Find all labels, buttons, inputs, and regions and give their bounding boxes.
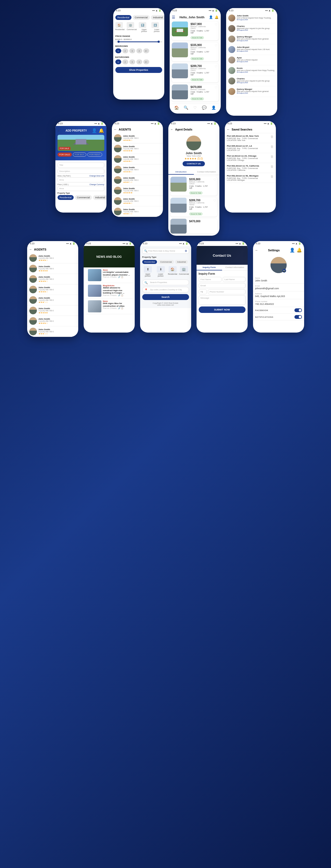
show-properties-button[interactable]: Show Properties (115, 67, 162, 73)
agent-row-8[interactable]: John Smith +1(123) 456 789 0 ★★★☆☆ (112, 206, 163, 217)
nav-search[interactable]: 🔍 (184, 105, 188, 110)
settings-bell-icon[interactable]: 🔔 (297, 248, 302, 253)
user-icon[interactable]: 👤 (209, 16, 213, 19)
facebook-toggle[interactable] (294, 308, 302, 312)
nav-person[interactable]: 👤 (211, 105, 216, 110)
news-item-3[interactable]: News DHA signs Mou for construction of v… (86, 299, 133, 314)
agent-row-4[interactable]: John Smith +1(123) 456 789 0 ★★★★☆ (112, 164, 163, 175)
notifications-toggle[interactable] (294, 315, 302, 319)
bed-4[interactable]: 4 (136, 49, 142, 53)
message-input[interactable]: Message (199, 296, 245, 305)
agent-bottom-row-6[interactable]: John Smith +1(123) 456 789 0 ★★★★★ (27, 305, 78, 316)
agents-back[interactable]: ← (114, 127, 117, 131)
back-button[interactable]: ← (58, 129, 61, 133)
heart-icon-4[interactable]: ♡ (213, 85, 219, 90)
search-input[interactable]: Search Properties (142, 280, 189, 285)
agent-bottom-row-2[interactable]: John Smith +1(123) 456 789 0 ★★★★★ (27, 264, 78, 274)
bell-icon[interactable]: 🔔 (214, 16, 219, 19)
tab-for-buy[interactable]: FOR BUY (73, 153, 86, 157)
agent-row-1[interactable]: John Smith +1(123) 456 789 0 ★★★★☆ (112, 133, 163, 144)
tab-industrial[interactable]: Industrial (151, 15, 164, 20)
change-area-link[interactable]: Change Area Unit (89, 175, 104, 177)
area-input[interactable]: Area (58, 177, 104, 182)
heart-icon-2[interactable]: ♡ (213, 42, 219, 49)
agent-row-5[interactable]: John Smith +1(122) 456 789 0 ★★★☆☆ (112, 175, 163, 185)
agent-heart-2[interactable]: ♡ (212, 198, 217, 204)
nav-home[interactable]: 🏠 (174, 105, 179, 110)
saved-back[interactable]: ← (227, 127, 230, 131)
bath-3[interactable]: 3 (129, 59, 135, 64)
phone-number-input[interactable]: Phone Number (208, 289, 245, 294)
listing-card-1[interactable]: $567,900 Bellvue, California 23421 3 bds… (172, 22, 219, 40)
prop-tab-commercial[interactable]: Commercial (75, 195, 92, 200)
agent-bottom-row-1[interactable]: John Smith +1(123) 456 789 0 ★★★★☆ (27, 253, 78, 264)
trash-icon-2[interactable]: 🗑 (270, 145, 274, 149)
agent-listing-1[interactable]: $335,900 Bellvue, California 23423 4 bds… (170, 177, 217, 196)
settings-back[interactable]: ← (255, 248, 258, 252)
agent-detail-back[interactable]: ← (170, 127, 174, 131)
tab-inquiry[interactable]: Inquiry Form (197, 265, 222, 271)
search-tab-residential[interactable]: Residential (142, 260, 157, 264)
listing-card-2[interactable]: $335,900 Bellvue, California 23421 3 bds… (172, 42, 219, 61)
bath-4plus[interactable]: 4+ (143, 59, 149, 64)
agent-row-6[interactable]: John Smith +1(123) 456 789 0 ★★★★★ (112, 185, 163, 196)
agent-heart-1[interactable]: ♡ (212, 177, 217, 183)
tab-residential[interactable]: Residential (115, 15, 132, 20)
bath-1[interactable]: 1 (115, 59, 121, 64)
tab-commercial[interactable]: Commercial (133, 15, 150, 20)
agent-bottom-row-4[interactable]: John Smith +1(123) 456 789 0 ★★★★☆ (27, 284, 78, 295)
tab-for-rent[interactable]: FOR RENT (88, 153, 102, 157)
nav-heart[interactable]: ♡ (193, 105, 197, 110)
agent-bottom-row-3[interactable]: John Smith +1(123) 456 789 0 ★★★★☆ (27, 274, 78, 284)
bed-1[interactable]: 1 (115, 49, 121, 53)
email-input[interactable]: Email (199, 283, 245, 288)
agent-bottom-row-8[interactable]: John Smith +1(123) 456 789 0 ★★★☆☆ (27, 327, 78, 337)
search-tab-commercial[interactable]: Commercial (158, 260, 174, 264)
heart-icon-3[interactable]: ♡ (213, 63, 219, 69)
price-input[interactable]: Area (58, 186, 104, 191)
tab-introduction[interactable]: Introduction (168, 169, 194, 175)
filter-icon[interactable]: ⚙ (185, 249, 187, 252)
find-bar[interactable]: 🔍 Find Rent,Sale & Buy Home ⚙ (142, 248, 189, 254)
agent-bottom-row-7[interactable]: John Smith +1(123) 456 789 0 ★★★★☆ (27, 316, 78, 327)
prop-tab-industrial[interactable]: Industrial (93, 195, 106, 200)
agent-bottom-row-5[interactable]: John Smith +1(122) 456 789 0 ★★★☆☆ (27, 295, 78, 305)
nav-chat[interactable]: 💬 (202, 105, 206, 110)
submit-button[interactable]: SUBMIT NOW (199, 307, 245, 313)
agent-row-2[interactable]: John Smith +1(123) 456 789 0 ★★★★★ (112, 144, 163, 154)
description-input[interactable]: Description (58, 169, 104, 174)
bath-2[interactable]: 2 (122, 59, 128, 64)
trash-icon-4[interactable]: 🗑 (270, 165, 274, 168)
location-input[interactable]: Zip code,Location,Country or City (142, 287, 189, 292)
agent-row-3[interactable]: John Smith +1(123) 456 789 0 ★★★★☆ (112, 154, 163, 164)
search-tab-industrial[interactable]: Industrial (175, 260, 188, 264)
first-name-input[interactable]: First Name (199, 277, 222, 282)
agent-row-7[interactable]: John Smith +1(123) 456 789 0 ★★★★☆ (112, 196, 163, 206)
agent-listing-2[interactable]: $289,700 Bellvue, California 45000 4 bds… (170, 198, 217, 217)
listing-card-4[interactable]: $470,000 Bellvue, Colorado 3 bds · 5 bat… (172, 85, 219, 101)
news-item-2[interactable]: Blog/Articles ABAD allowed to construct … (86, 283, 133, 299)
settings-user-icon[interactable]: 👤 (290, 248, 295, 253)
tab-contact-info[interactable]: Contact Information (222, 265, 247, 271)
agent-listing-3[interactable]: $470,000 (170, 219, 217, 234)
country-code-input[interactable]: +1 (199, 289, 207, 294)
camera-badge[interactable]: 📷 (282, 269, 286, 273)
bell-icon-ap[interactable]: 🔔 (99, 128, 104, 133)
tab-for-sale[interactable]: FOR SALE (58, 153, 72, 157)
bed-3[interactable]: 3 (129, 49, 135, 53)
trash-icon-1[interactable]: 🗑 (270, 135, 274, 138)
title-input[interactable]: Title (58, 162, 104, 167)
trash-icon-3[interactable]: 🗑 (270, 155, 274, 158)
contact-us-button[interactable]: CONTACT US (183, 161, 205, 166)
tab-contact-info[interactable]: Contact Information (194, 169, 220, 175)
bed-2[interactable]: 2 (122, 49, 128, 53)
trash-icon-5[interactable]: 🗑 (270, 175, 274, 178)
bed-4plus[interactable]: 4+ (143, 49, 149, 53)
bath-4[interactable]: 4 (136, 59, 142, 64)
change-currency-link[interactable]: Change Currency (90, 184, 104, 185)
agents-bottom-back[interactable]: ← (29, 248, 33, 251)
listing-card-3[interactable]: $289,700 Bellvue, California 23421 3 bds… (172, 63, 219, 82)
news-item-1[interactable]: News LA Heights' unmatchable location pi… (86, 268, 133, 283)
prop-tab-residential[interactable]: Residential (58, 195, 74, 200)
heart-icon-1[interactable]: ♡ (213, 22, 219, 27)
